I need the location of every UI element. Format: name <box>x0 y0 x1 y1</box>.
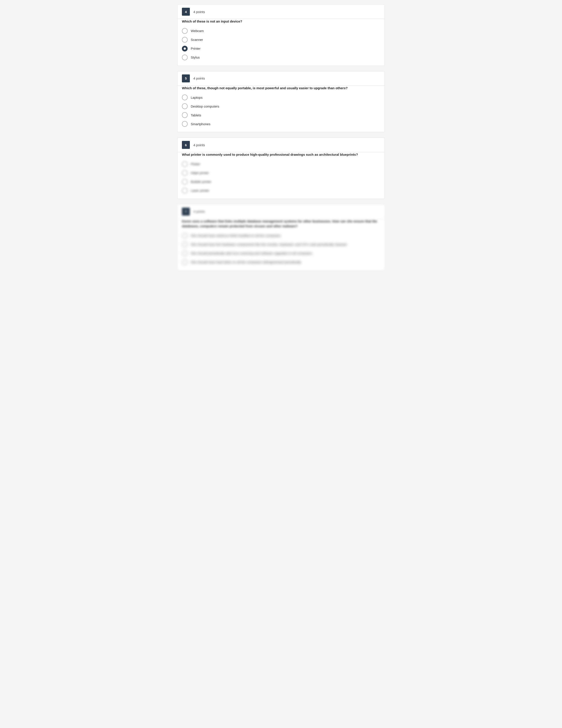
option-item-q6_c[interactable]: Bubble printer <box>182 179 380 185</box>
radio-button-q7_a[interactable] <box>182 233 188 239</box>
radio-button-q5_b[interactable] <box>182 103 188 109</box>
option-label-q6_c: Bubble printer <box>191 180 211 184</box>
question-body-6: What printer is commonly used to produce… <box>178 152 384 199</box>
radio-button-q6_d[interactable] <box>182 188 188 193</box>
question-body-4: Which of these is not an input device?We… <box>178 19 384 66</box>
option-item-q4_a[interactable]: Webcam <box>182 28 380 34</box>
question-text-5: Which of these, though not equally porta… <box>182 86 380 91</box>
option-item-q7_b[interactable]: She should have the hardware components … <box>182 242 380 247</box>
question-card-6: 64 pointsWhat printer is commonly used t… <box>177 138 385 199</box>
options-list-7: She should have antivirus RAM installed … <box>182 233 380 265</box>
option-item-q5_a[interactable]: Laptops <box>182 95 380 100</box>
option-item-q6_d[interactable]: Laser printer <box>182 188 380 193</box>
option-label-q5_b: Desktop computers <box>191 104 219 108</box>
question-number-7: 7 <box>182 208 190 216</box>
option-label-q4_a: Webcam <box>191 29 204 33</box>
option-label-q4_d: Stylus <box>191 55 200 59</box>
question-header-6: 64 points <box>178 138 384 152</box>
options-list-5: LaptopsDesktop computersTabletsSmartphon… <box>182 95 380 127</box>
question-points-5: 4 points <box>193 76 205 80</box>
question-number-4: 4 <box>182 8 190 16</box>
question-header-5: 54 points <box>178 71 384 85</box>
question-header-4: 44 points <box>178 5 384 19</box>
radio-button-q4_b[interactable] <box>182 37 188 43</box>
option-label-q6_d: Laser printer <box>191 189 209 192</box>
question-points-7: 4 points <box>193 210 205 213</box>
radio-button-q6_b[interactable] <box>182 170 188 176</box>
question-points-4: 4 points <box>193 10 205 14</box>
option-label-q6_a: Plotter <box>191 162 200 166</box>
option-item-q4_b[interactable]: Scanner <box>182 37 380 43</box>
options-list-6: PlotterInkjet printerBubble printerLaser… <box>182 161 380 193</box>
question-body-7: Karen uses a software that links multipl… <box>178 219 384 270</box>
option-item-q5_d[interactable]: Smartphones <box>182 121 380 127</box>
question-text-4: Which of these is not an input device? <box>182 19 380 24</box>
option-label-q7_b: She should have the hardware components … <box>191 243 347 246</box>
question-points-6: 4 points <box>193 143 205 147</box>
radio-button-q7_b[interactable] <box>182 242 188 247</box>
option-item-q6_b[interactable]: Inkjet printer <box>182 170 380 176</box>
option-item-q4_d[interactable]: Stylus <box>182 55 380 60</box>
question-text-7: Karen uses a software that links multipl… <box>182 219 380 229</box>
question-text-6: What printer is commonly used to produce… <box>182 152 380 157</box>
option-item-q7_a[interactable]: She should have antivirus RAM installed … <box>182 233 380 239</box>
option-item-q7_c[interactable]: She should periodically add virus scanni… <box>182 250 380 256</box>
option-label-q7_c: She should periodically add virus scanni… <box>191 251 313 255</box>
option-item-q5_b[interactable]: Desktop computers <box>182 103 380 109</box>
option-item-q6_a[interactable]: Plotter <box>182 161 380 167</box>
radio-button-q4_d[interactable] <box>182 55 188 60</box>
radio-button-q5_c[interactable] <box>182 112 188 118</box>
question-number-6: 6 <box>182 141 190 149</box>
radio-button-q5_a[interactable] <box>182 95 188 100</box>
radio-button-q6_a[interactable] <box>182 161 188 167</box>
question-card-7: 74 pointsKaren uses a software that link… <box>177 204 385 271</box>
radio-button-q7_d[interactable] <box>182 259 188 265</box>
option-label-q4_c: Printer <box>191 47 201 50</box>
radio-button-q7_c[interactable] <box>182 250 188 256</box>
question-header-7: 74 points <box>178 205 384 219</box>
options-list-4: WebcamScannerPrinterStylus <box>182 28 380 60</box>
question-number-5: 5 <box>182 74 190 82</box>
option-label-q6_b: Inkjet printer <box>191 171 209 175</box>
option-label-q5_d: Smartphones <box>191 122 210 126</box>
radio-inner-q4_c <box>184 47 186 50</box>
question-card-4: 44 pointsWhich of these is not an input … <box>177 4 385 66</box>
option-label-q7_d: She should have hard disks on all the co… <box>191 260 302 264</box>
radio-button-q4_a[interactable] <box>182 28 188 34</box>
option-label-q4_b: Scanner <box>191 38 203 42</box>
option-item-q4_c[interactable]: Printer <box>182 46 380 51</box>
option-label-q7_a: She should have antivirus RAM installed … <box>191 234 281 237</box>
option-label-q5_a: Laptops <box>191 96 203 99</box>
radio-button-q4_c[interactable] <box>182 46 188 51</box>
radio-button-q6_c[interactable] <box>182 179 188 185</box>
option-item-q7_d[interactable]: She should have hard disks on all the co… <box>182 259 380 265</box>
question-card-5: 54 pointsWhich of these, though not equa… <box>177 71 385 133</box>
page-container: 44 pointsWhich of these is not an input … <box>175 0 387 280</box>
option-item-q5_c[interactable]: Tablets <box>182 112 380 118</box>
option-label-q5_c: Tablets <box>191 113 201 117</box>
question-body-5: Which of these, though not equally porta… <box>178 86 384 132</box>
radio-button-q5_d[interactable] <box>182 121 188 127</box>
